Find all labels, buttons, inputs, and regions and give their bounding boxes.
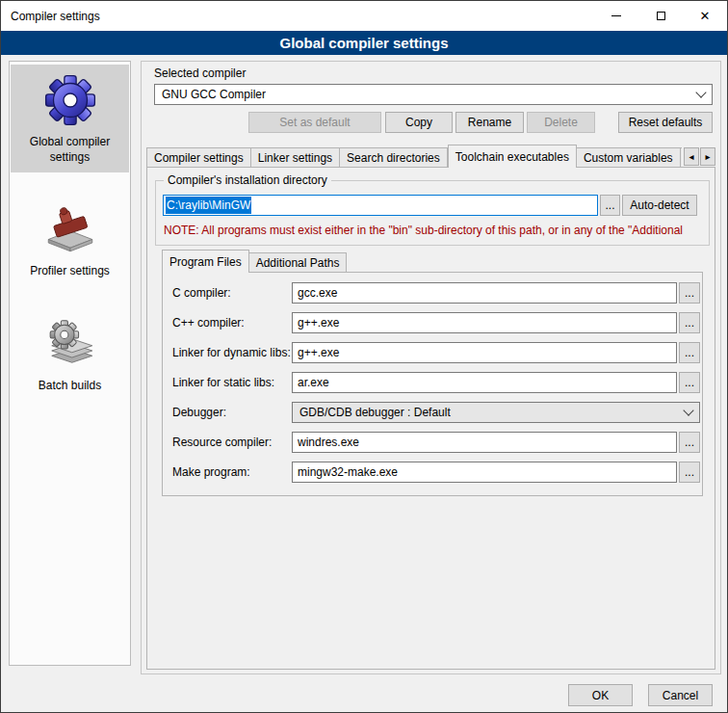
- ok-button[interactable]: OK: [568, 684, 633, 706]
- field-label: Resource compiler:: [172, 436, 272, 449]
- install-dir-groupbox: Compiler's installation directory C:\ray…: [155, 180, 710, 246]
- gray-gear-stack-icon: [42, 316, 98, 372]
- cpp-compiler-browse-button[interactable]: ...: [679, 312, 700, 333]
- resource-compiler-browse-button[interactable]: ...: [679, 432, 700, 453]
- selected-text: C:\raylib\MinGW: [166, 197, 251, 214]
- field-label: Linker for static libs:: [172, 376, 274, 389]
- arrow-right-icon: ▸: [705, 151, 710, 162]
- page-title: Global compiler settings: [1, 31, 727, 55]
- field-row-resource-compiler: Resource compiler: ...: [163, 432, 702, 453]
- profiler-tool-icon: [42, 201, 98, 257]
- sidebar-item-global-compiler-settings[interactable]: Global compiler settings: [11, 65, 129, 172]
- compiler-settings-window: Compiler settings ✕ Global compiler sett…: [0, 0, 728, 713]
- field-label: Debugger:: [172, 406, 226, 419]
- chevron-down-icon: [683, 405, 693, 415]
- field-row-static-linker: Linker for static libs: ...: [163, 372, 702, 393]
- dynamic-linker-browse-button[interactable]: ...: [679, 342, 700, 363]
- window-controls: ✕: [594, 1, 727, 31]
- toolchain-executables-page: Compiler's installation directory C:\ray…: [146, 167, 715, 670]
- field-label: C compiler:: [172, 286, 231, 300]
- sidebar-item-label: Profiler settings: [30, 264, 110, 279]
- make-program-input[interactable]: [292, 462, 677, 483]
- settings-sidebar: Global compiler settings Profiler settin…: [9, 61, 131, 666]
- tabs-scroller: Compiler settings Linker settings Search…: [146, 145, 682, 168]
- tab-scroll-arrows: ◂ ▸: [684, 147, 715, 166]
- sidebar-item-label: Global compiler settings: [13, 135, 126, 165]
- selected-compiler-dropdown[interactable]: GNU GCC Compiler: [154, 84, 713, 105]
- subtab-program-files[interactable]: Program Files: [162, 250, 249, 273]
- copy-button[interactable]: Copy: [385, 112, 453, 133]
- tab-scroll-right-button[interactable]: ▸: [700, 147, 715, 166]
- maximize-icon: [657, 12, 665, 20]
- field-label: Make program:: [172, 465, 250, 479]
- tab-search-directories[interactable]: Search directories: [340, 147, 448, 168]
- minimize-button[interactable]: [594, 1, 638, 31]
- program-files-page: C compiler: ... C++ compiler: ... Linker…: [162, 272, 703, 496]
- make-program-browse-button[interactable]: ...: [679, 462, 700, 483]
- tab-strip: Compiler settings Linker settings Search…: [146, 145, 715, 168]
- sidebar-item-label: Batch builds: [39, 379, 101, 394]
- field-row-debugger: Debugger: GDB/CDB debugger : Default: [163, 402, 702, 423]
- auto-detect-button[interactable]: Auto-detect: [622, 195, 697, 216]
- subtab-additional-paths[interactable]: Additional Paths: [249, 252, 348, 273]
- main-panel: Selected compiler GNU GCC Compiler Set a…: [141, 61, 721, 674]
- tab-compiler-settings[interactable]: Compiler settings: [146, 147, 251, 168]
- debugger-value: GDB/CDB debugger : Default: [299, 406, 451, 419]
- c-compiler-browse-button[interactable]: ...: [679, 282, 700, 304]
- close-button[interactable]: ✕: [683, 1, 727, 31]
- field-label: C++ compiler:: [172, 316, 245, 330]
- minimize-icon: [611, 15, 621, 16]
- close-icon: ✕: [700, 10, 711, 22]
- subtab-strip: Program Files Additional Paths: [162, 250, 347, 273]
- reset-defaults-button[interactable]: Reset defaults: [618, 112, 713, 133]
- field-row-cpp-compiler: C++ compiler: ...: [163, 312, 702, 333]
- titlebar: Compiler settings ✕: [1, 1, 727, 31]
- cancel-button[interactable]: Cancel: [648, 684, 713, 706]
- chevron-down-icon: [695, 87, 706, 97]
- tab-linker-settings[interactable]: Linker settings: [251, 147, 340, 168]
- field-row-make-program: Make program: ...: [163, 462, 702, 483]
- bin-subdirectory-note: NOTE: All programs must exist either in …: [164, 224, 683, 237]
- sidebar-item-batch-builds[interactable]: Batch builds: [11, 308, 129, 402]
- delete-button[interactable]: Delete: [527, 112, 595, 133]
- field-row-c-compiler: C compiler: ...: [163, 282, 702, 304]
- c-compiler-input[interactable]: [292, 282, 677, 304]
- tab-toolchain-executables[interactable]: Toolchain executables: [448, 145, 577, 168]
- selected-compiler-label: Selected compiler: [154, 66, 246, 80]
- arrow-left-icon: ◂: [689, 151, 693, 162]
- rename-button[interactable]: Rename: [455, 112, 524, 133]
- sidebar-item-profiler-settings[interactable]: Profiler settings: [11, 194, 129, 287]
- install-dir-browse-button[interactable]: ...: [600, 195, 620, 216]
- install-dir-group-label: Compiler's installation directory: [164, 173, 331, 187]
- selected-compiler-value: GNU GCC Compiler: [162, 88, 266, 101]
- field-row-dynamic-linker: Linker for dynamic libs: ...: [163, 342, 702, 363]
- blue-gear-icon: [42, 72, 98, 128]
- debugger-dropdown[interactable]: GDB/CDB debugger : Default: [292, 402, 700, 423]
- cpp-compiler-input[interactable]: [292, 312, 677, 333]
- tab-scroll-left-button[interactable]: ◂: [684, 147, 699, 166]
- tab-build-options[interactable]: Buil: [681, 147, 682, 168]
- install-dir-row: C:\raylib\MinGW ... Auto-detect: [163, 195, 697, 216]
- maximize-button[interactable]: [638, 1, 683, 31]
- static-linker-browse-button[interactable]: ...: [679, 372, 700, 393]
- tab-custom-variables[interactable]: Custom variables: [577, 147, 681, 168]
- dynamic-linker-input[interactable]: [292, 342, 677, 363]
- resource-compiler-input[interactable]: [292, 432, 677, 453]
- set-as-default-button[interactable]: Set as default: [248, 112, 381, 133]
- field-label: Linker for dynamic libs:: [172, 346, 291, 359]
- static-linker-input[interactable]: [292, 372, 677, 393]
- window-title: Compiler settings: [1, 10, 100, 23]
- install-dir-input[interactable]: C:\raylib\MinGW: [163, 195, 598, 216]
